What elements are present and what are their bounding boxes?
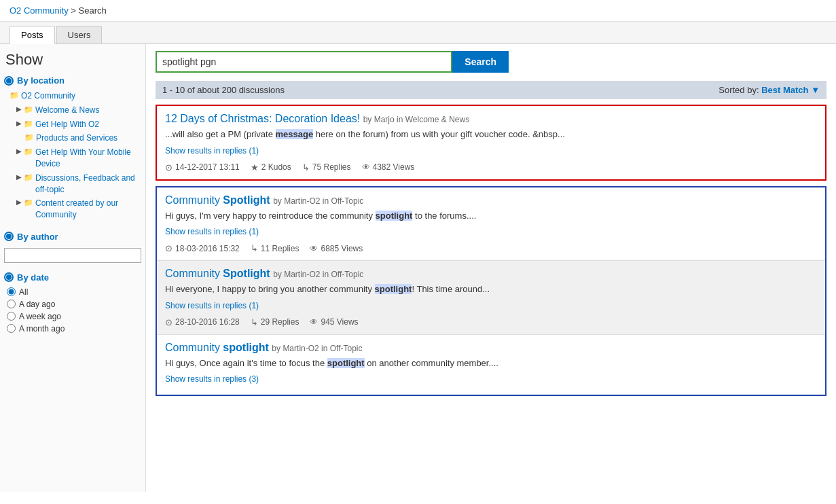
folder-icon-0: 📁 xyxy=(10,90,19,101)
search-bar: Search xyxy=(156,51,509,73)
sidebar-item-discussions[interactable]: ▶ 📁 Discussions, Feedback and off-topic xyxy=(4,171,141,197)
result-item-3: Community Spotlight by Martin-O2 in Off-… xyxy=(157,261,825,335)
meta-views-3: 945 Views xyxy=(310,317,358,327)
by-author-icon xyxy=(4,232,14,241)
tab-posts[interactable]: Posts xyxy=(10,26,55,44)
result-author-link-1[interactable]: Marjo xyxy=(374,115,395,124)
sidebar-item-content-created[interactable]: ▶ 📁 Content created by our Community xyxy=(4,196,141,222)
clock-icon-3 xyxy=(165,317,172,327)
sidebar-item-get-help-o2[interactable]: ▶ 📁 Get Help With O2 xyxy=(4,118,141,132)
arrow-icon-1: ▶ xyxy=(16,105,22,114)
meta-date-2: 18-03-2016 15:32 xyxy=(165,243,240,253)
meta-replies-2: 11 Replies xyxy=(251,243,299,253)
arrow-icon-5: ▶ xyxy=(16,173,22,182)
search-input[interactable] xyxy=(156,51,452,73)
meta-date-1: 14-12-2017 13:11 xyxy=(165,162,240,173)
show-replies-4[interactable]: Show results in replies (3) xyxy=(165,374,259,384)
eye-icon-2 xyxy=(310,244,318,253)
sidebar: Show By location 📁 O2 Community ▶ 📁 Welc… xyxy=(0,44,146,492)
folder-icon-2: 📁 xyxy=(24,119,33,129)
date-option-day[interactable]: A day ago xyxy=(4,298,141,310)
sorted-by: Sorted by: Best Match ▼ xyxy=(719,85,820,95)
result-title-1[interactable]: 12 Days of Christmas: Decoration Ideas! … xyxy=(165,113,817,125)
result-author-info-1: by Marjo in Welcome & News xyxy=(363,115,470,124)
breadcrumb: O2 Community > Search xyxy=(0,0,836,22)
by-date-title: By date xyxy=(4,272,141,283)
folder-icon-4: 📁 xyxy=(24,147,33,157)
content-area: Search 1 - 10 of about 200 discussions S… xyxy=(146,44,836,492)
arrow-icon-2: ▶ xyxy=(16,119,22,128)
tabs-bar: Posts Users xyxy=(0,22,836,44)
breadcrumb-home[interactable]: O2 Community xyxy=(10,5,69,16)
by-date-icon xyxy=(4,272,14,282)
meta-views-1: 4382 Views xyxy=(362,162,415,172)
result-excerpt-2: Hi guys, I'm very happy to reintroduce t… xyxy=(165,209,817,223)
sidebar-item-o2-community[interactable]: 📁 O2 Community xyxy=(4,89,141,103)
author-input[interactable] xyxy=(4,248,141,263)
result-meta-2: 18-03-2016 15:32 11 Replies 6885 Views xyxy=(165,243,817,253)
date-option-week[interactable]: A week ago xyxy=(4,310,141,323)
meta-replies-1: 75 Replies xyxy=(302,162,351,173)
tab-users[interactable]: Users xyxy=(56,26,103,43)
sidebar-by-author: By author xyxy=(4,232,141,263)
meta-date-3: 28-10-2016 16:28 xyxy=(165,317,240,327)
sidebar-item-products-services[interactable]: 📁 Products and Services xyxy=(4,131,141,145)
meta-views-2: 6885 Views xyxy=(310,244,363,253)
result-author-link-3[interactable]: Martin-O2 xyxy=(284,270,320,279)
clock-icon-2 xyxy=(165,243,172,253)
result-title-link-4[interactable]: Community spotlight xyxy=(165,342,272,353)
result-excerpt-4: Hi guys, Once again it's time to focus t… xyxy=(165,357,817,370)
result-author-info-3: by Martin-O2 in Off-Topic xyxy=(273,270,363,279)
result-meta-3: 28-10-2016 16:28 29 Replies 945 Views xyxy=(165,317,817,327)
result-author-info-2: by Martin-O2 in Off-Topic xyxy=(273,196,363,206)
clock-icon-1 xyxy=(165,162,172,173)
arrow-icon-6: ▶ xyxy=(16,198,22,207)
reply-icon-2 xyxy=(251,243,258,253)
result-title-link-1[interactable]: 12 Days of Christmas: Decoration Ideas! xyxy=(165,113,363,124)
sidebar-item-get-help-mobile[interactable]: ▶ 📁 Get Help With Your Mobile Device xyxy=(4,145,141,171)
result-excerpt-3: Hi everyone, I happy to bring you anothe… xyxy=(165,283,817,296)
breadcrumb-sep: > xyxy=(71,5,76,16)
result-title-2[interactable]: Community Spotlight by Martin-O2 in Off-… xyxy=(165,194,817,206)
sidebar-by-date: By date All A day ago A week ago A month… xyxy=(4,272,141,335)
blue-border-group: Community Spotlight by Martin-O2 in Off-… xyxy=(156,186,826,397)
sidebar-show-title: Show xyxy=(4,51,141,69)
result-author-link-4[interactable]: Martin-O2 xyxy=(283,344,319,353)
sort-arrow-icon: ▼ xyxy=(811,85,820,95)
results-summary: 1 - 10 of about 200 discussions xyxy=(162,85,285,95)
show-replies-2[interactable]: Show results in replies (1) xyxy=(165,227,259,236)
arrow-icon-4: ▶ xyxy=(16,147,22,156)
reply-icon-1 xyxy=(302,162,310,173)
by-location-icon xyxy=(4,76,14,86)
star-icon-1 xyxy=(251,162,259,173)
breadcrumb-current: Search xyxy=(79,5,107,16)
by-location-title: By location xyxy=(4,75,141,86)
search-button[interactable]: Search xyxy=(452,51,509,73)
result-item-2: Community Spotlight by Martin-O2 in Off-… xyxy=(157,187,825,262)
by-author-title: By author xyxy=(4,232,141,242)
result-title-4[interactable]: Community spotlight by Martin-O2 in Off-… xyxy=(165,342,817,354)
date-option-month[interactable]: A month ago xyxy=(4,323,141,335)
folder-icon-3: 📁 xyxy=(24,132,34,143)
result-meta-1: 14-12-2017 13:11 2 Kudos 75 Replies 4382… xyxy=(165,162,817,173)
sort-best-match[interactable]: Best Match xyxy=(761,85,808,95)
result-author-info-4: by Martin-O2 in Off-Topic xyxy=(272,344,362,353)
show-replies-3[interactable]: Show results in replies (1) xyxy=(165,301,259,310)
date-option-all[interactable]: All xyxy=(4,286,141,298)
result-title-link-2[interactable]: Community Spotlight xyxy=(165,194,273,206)
sidebar-item-welcome-news[interactable]: ▶ 📁 Welcome & News xyxy=(4,103,141,118)
show-replies-1[interactable]: Show results in replies (1) xyxy=(165,146,259,156)
meta-kudos-1: 2 Kudos xyxy=(251,162,291,173)
folder-icon-1: 📁 xyxy=(24,105,33,115)
result-title-link-3[interactable]: Community Spotlight xyxy=(165,268,273,279)
reply-icon-3 xyxy=(251,317,258,327)
result-author-link-2[interactable]: Martin-O2 xyxy=(284,196,320,206)
result-excerpt-1: ...will also get a PM (private message h… xyxy=(165,128,817,141)
result-title-3[interactable]: Community Spotlight by Martin-O2 in Off-… xyxy=(165,268,817,280)
results-header: 1 - 10 of about 200 discussions Sorted b… xyxy=(156,81,826,99)
eye-icon-1 xyxy=(362,162,370,172)
folder-icon-5: 📁 xyxy=(24,173,33,183)
sidebar-by-location: By location 📁 O2 Community ▶ 📁 Welcome &… xyxy=(4,75,141,222)
result-item-1: 12 Days of Christmas: Decoration Ideas! … xyxy=(156,105,826,181)
folder-icon-6: 📁 xyxy=(24,198,33,208)
